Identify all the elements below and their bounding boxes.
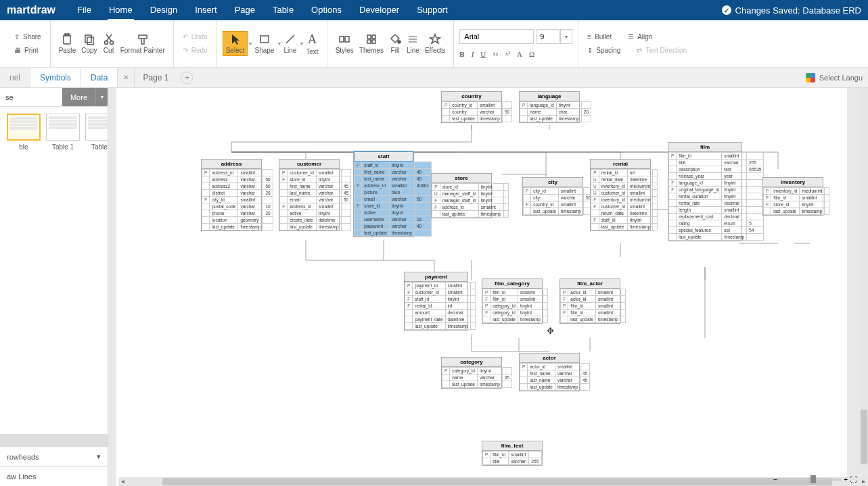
table-row[interactable]: special_featuresset54 — [669, 227, 764, 234]
close-tab[interactable]: ✕ — [118, 68, 135, 87]
table-row[interactable]: Pcategory_idtinyint — [483, 303, 548, 310]
table-row[interactable]: Fcustomer_idsmallint — [591, 203, 658, 210]
table-row[interactable]: last_updatetimestamp — [764, 208, 829, 215]
table-row[interactable]: Frental_idint — [405, 303, 476, 310]
add-page-button[interactable]: + — [181, 72, 193, 84]
table-row[interactable]: Ffilm_idsmallint — [764, 195, 829, 201]
text-tool[interactable]: AText — [303, 31, 321, 57]
table-row[interactable]: Pstore_idtinyint — [432, 184, 509, 191]
table-row[interactable]: Pactor_idsmallint — [520, 364, 590, 370]
table-row[interactable]: Pfilm_idsmallint — [669, 153, 764, 160]
table-row[interactable]: payment_datedatetime — [405, 316, 476, 323]
table-row[interactable]: Pcategory_idtinyint — [442, 368, 512, 374]
menu-file[interactable]: File — [76, 1, 93, 20]
table-row[interactable]: Faddress_idsmallint — [432, 204, 509, 211]
erd-table-header[interactable]: address — [202, 160, 261, 169]
table-row[interactable]: Faddress_idsmallint4d80c — [355, 183, 432, 189]
table-row[interactable]: last_updatetimestamp — [520, 116, 591, 122]
table-row[interactable]: emailvarchar50 — [355, 196, 432, 203]
undo-button[interactable]: ↶Undo — [179, 31, 211, 43]
table-row[interactable]: Pfilm_idsmallint — [483, 452, 542, 458]
table-row[interactable]: release_yearyear — [669, 173, 764, 180]
table-row[interactable]: last_updatetimestamp — [520, 384, 590, 391]
erd-table-header[interactable]: film — [668, 143, 741, 152]
table-row[interactable]: Paddress_idsmallint — [202, 170, 273, 176]
table-row[interactable]: last_updatetimestamp — [561, 316, 626, 323]
erd-table-header[interactable]: category — [442, 358, 501, 367]
zoom-in[interactable]: + — [844, 476, 848, 483]
erd-table-inventory[interactable]: inventory Pinventory_idmediumintFfilm_id… — [762, 177, 823, 216]
table-row[interactable]: Urental_datedatetime — [591, 176, 658, 183]
table-row[interactable]: return_datedatetime — [591, 210, 658, 217]
language-selector[interactable]: Select Langu — [800, 73, 868, 82]
table-row[interactable]: activetinyint — [355, 210, 432, 216]
table-row[interactable]: Fcategory_idtinyint — [483, 310, 548, 316]
table-row[interactable]: first_namevarchar45 — [280, 183, 351, 190]
erd-table-rental[interactable]: rental Prental_idintUrental_datedatetime… — [590, 159, 651, 231]
table-row[interactable]: Fstore_idtinyint — [355, 203, 432, 210]
erd-table-header[interactable]: actor — [520, 354, 579, 363]
table-row[interactable]: last_namevarchar45 — [355, 176, 432, 183]
table-row[interactable]: activetinyint — [280, 210, 351, 217]
erd-table-payment[interactable]: payment Ppayment_idsmallintFcustomer_ids… — [404, 272, 468, 331]
table-row[interactable]: first_namevarchar45 — [520, 370, 590, 377]
app-logo[interactable]: martdraw — [7, 4, 55, 16]
font-color-button[interactable]: A — [517, 50, 522, 58]
table-row[interactable]: Finventory_idmediumint — [591, 197, 658, 203]
more-button[interactable]: More — [62, 88, 95, 106]
share-button[interactable]: ⇪Share — [11, 31, 45, 43]
table-row[interactable]: titlevarchar255 — [483, 458, 542, 465]
table-row[interactable]: Fcountry_idsmallint — [524, 201, 593, 208]
erd-table-city[interactable]: city Pcity_idsmallintcityvarchar50Fcount… — [522, 177, 583, 216]
table-row[interactable]: replacement_costdecimal — [669, 214, 764, 220]
table-row[interactable]: last_updatetimestamp — [432, 211, 509, 218]
erd-table-header[interactable]: inventory — [763, 178, 823, 187]
table-row[interactable]: lengthsmallint — [669, 207, 764, 214]
table-row[interactable]: phonevarchar20 — [202, 210, 273, 217]
symbol-button[interactable]: Ω — [529, 50, 534, 58]
table-row[interactable]: descriptiontext65535 — [669, 166, 764, 173]
horizontal-scrollbar[interactable]: ◄ ► — [118, 477, 868, 486]
menu-design[interactable]: Design — [149, 1, 179, 20]
redo-button[interactable]: ↷Redo — [179, 45, 211, 56]
scroll-right[interactable]: ► — [859, 477, 868, 486]
subscript-button[interactable]: x₂ — [493, 50, 499, 58]
table-row[interactable]: namechar20 — [520, 109, 591, 116]
erd-table-customer[interactable]: customer Pcustomer_idsmallintFstore_idti… — [279, 159, 340, 231]
bullet-button[interactable]: ≡Bullet — [584, 31, 615, 43]
erd-table-store[interactable]: store Pstore_idtinyintUmanager_staff_idt… — [431, 173, 492, 218]
table-row[interactable]: last_updatetimestamp — [202, 224, 273, 230]
erd-table-header[interactable]: staff — [354, 151, 413, 162]
shape-tool[interactable]: Shape — [252, 32, 277, 55]
copy-button[interactable]: Copy — [78, 32, 99, 55]
page-tab[interactable]: Page 1 — [135, 73, 177, 82]
table-row[interactable]: namevarchar25 — [442, 374, 512, 381]
table-row[interactable]: pictureblob — [355, 189, 432, 196]
erd-table-header[interactable]: store — [432, 174, 491, 183]
table-row[interactable]: address2varchar50 — [202, 183, 273, 190]
table-row[interactable]: last_updatetimestamp — [669, 234, 764, 241]
menu-developer[interactable]: Developer — [358, 1, 401, 20]
menu-support[interactable]: Support — [415, 1, 449, 20]
table-row[interactable]: last_updatetimestamp — [355, 230, 432, 237]
menu-options[interactable]: Options — [310, 1, 343, 20]
erd-table-header[interactable]: rental — [591, 160, 650, 169]
table-row[interactable]: postal_codevarchar10 — [202, 203, 273, 210]
erd-table-address[interactable]: address Paddress_idsmallintaddressvarcha… — [201, 159, 262, 231]
table-row[interactable]: Uinventory_idmediumint — [591, 183, 658, 190]
table-row[interactable]: create_datedatetime — [280, 217, 351, 224]
erd-table-country[interactable]: country Pcountry_idsmallintcountryvarcha… — [441, 91, 502, 123]
table-row[interactable]: Planguage_idtinyint — [520, 102, 591, 109]
scroll-left[interactable]: ◄ — [118, 477, 127, 486]
shape-table[interactable]: ble — [7, 114, 41, 151]
table-row[interactable]: Fcustomer_idsmallint — [405, 289, 476, 296]
table-row[interactable]: addressvarchar50 — [202, 176, 273, 183]
italic-button[interactable]: I — [472, 50, 474, 58]
erd-table-film_category[interactable]: film_category Pfilm_idsmallintFfilm_idsm… — [482, 278, 543, 324]
zoom-out[interactable]: − — [773, 476, 777, 483]
erd-table-header[interactable]: customer — [279, 160, 339, 169]
table-row[interactable]: last_namevarchar45 — [280, 190, 351, 197]
erd-table-header[interactable]: film_category — [482, 279, 542, 289]
align-button[interactable]: ☰Align — [624, 31, 656, 43]
erd-table-film_text[interactable]: film_text Pfilm_idsmallinttitlevarchar25… — [482, 441, 543, 466]
